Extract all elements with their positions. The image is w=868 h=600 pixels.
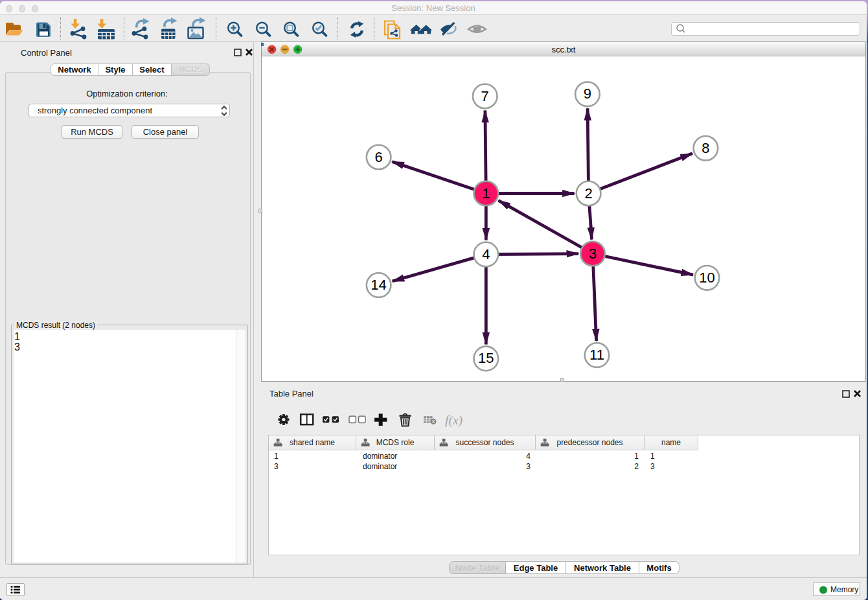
svg-text:15: 15	[478, 350, 494, 366]
svg-text:7: 7	[481, 88, 489, 104]
svg-text:9: 9	[584, 86, 591, 102]
svg-text:4: 4	[482, 246, 490, 262]
svg-text:3: 3	[589, 246, 597, 262]
svg-text:10: 10	[699, 270, 714, 286]
svg-text:f(x): f(x)	[445, 413, 463, 428]
svg-text:6: 6	[374, 149, 382, 165]
svg-text:2: 2	[584, 185, 592, 202]
svg-text:8: 8	[702, 140, 709, 156]
svg-text:14: 14	[371, 277, 386, 293]
svg-text:11: 11	[589, 347, 604, 363]
svg-text:1: 1	[482, 185, 490, 202]
